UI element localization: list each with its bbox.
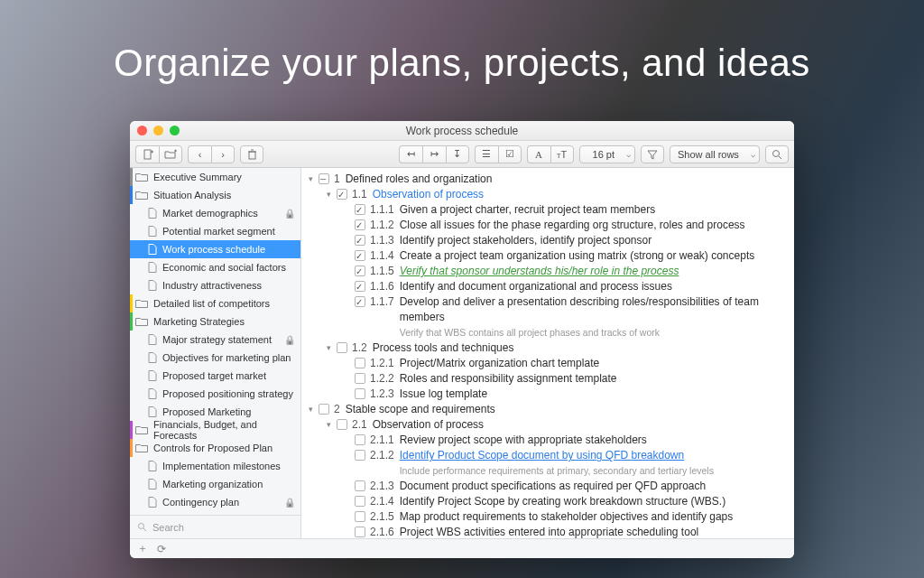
search-button[interactable]	[765, 145, 789, 163]
sidebar-item[interactable]: Work process schedule	[130, 240, 300, 258]
new-folder-button[interactable]	[159, 145, 182, 163]
refresh-button[interactable]: ⟳	[157, 543, 166, 555]
outline-row[interactable]: 2.1.2Identify Product Scope document by …	[305, 448, 787, 479]
checkbox[interactable]	[355, 296, 365, 307]
filter-select[interactable]: Show all rows	[670, 145, 760, 163]
outline-row[interactable]: 1.2.2Roles and responsibility assignment…	[305, 371, 787, 387]
sidebar-item[interactable]: Situation Analysis	[130, 186, 300, 204]
folder-color-bar	[130, 312, 133, 331]
checkbox[interactable]	[337, 189, 347, 200]
sidebar-item[interactable]: Market demographics🔒	[130, 204, 300, 222]
outline-row[interactable]: 2.1.6Project WBS activities entered into…	[305, 525, 787, 538]
checkbox[interactable]	[355, 373, 365, 384]
outline-row[interactable]: 2.1.3Document product specifications as …	[305, 479, 787, 494]
sidebar-item[interactable]: Major strategy statement🔒	[130, 331, 300, 349]
sidebar-item[interactable]: Proposed target market	[130, 367, 300, 385]
text-size-button[interactable]: TT	[550, 145, 574, 163]
new-folder-icon	[164, 149, 177, 160]
list-button[interactable]: ☰	[475, 145, 498, 163]
sidebar-item[interactable]: Controls for Proposed Plan	[130, 439, 300, 457]
sidebar-item[interactable]: Proposed Marketing	[130, 403, 300, 421]
outline-number: 2	[334, 402, 340, 417]
zoom-icon[interactable]	[170, 126, 180, 135]
font-button[interactable]: A	[527, 145, 550, 163]
checkbox[interactable]	[355, 450, 365, 461]
outline-row[interactable]: 1.1.2Close all issues for the phase rega…	[305, 218, 787, 233]
checkbox[interactable]	[355, 358, 365, 368]
indent-button[interactable]: ↦	[422, 145, 446, 163]
outline-row[interactable]: ▾1.2Process tools and techniques	[305, 340, 787, 356]
checkbox[interactable]	[355, 480, 365, 491]
minimize-icon[interactable]	[153, 126, 163, 135]
checkbox[interactable]	[355, 511, 365, 522]
checkbox[interactable]	[355, 281, 365, 292]
outline-row[interactable]: 1.1.7Develop and deliver a presentation …	[305, 294, 787, 340]
new-doc-button[interactable]	[135, 145, 159, 163]
close-icon[interactable]	[137, 126, 147, 135]
outline-view[interactable]: ▾–1Defined roles and organization▾1.1Obs…	[301, 168, 794, 538]
disclosure-triangle-icon[interactable]: ▾	[323, 340, 334, 356]
filter-button[interactable]	[641, 145, 664, 163]
sidebar-item[interactable]: Detailed list of competitors	[130, 294, 300, 312]
sidebar-item[interactable]: Proposed positioning strategy	[130, 385, 300, 403]
disclosure-triangle-icon[interactable]: ▾	[323, 187, 334, 202]
outline-row[interactable]: 2.1.1Review project scope with appropria…	[305, 433, 787, 448]
nav-forward-button[interactable]: ›	[211, 145, 235, 163]
checkbox[interactable]	[337, 419, 347, 430]
outdent-button[interactable]: ↤	[399, 145, 422, 163]
sidebar-item[interactable]: Objectives for marketing plan	[130, 349, 300, 367]
sidebar-item[interactable]: Potential market segment	[130, 222, 300, 240]
checkbox[interactable]	[355, 219, 365, 230]
sidebar-item[interactable]: Marketing organization	[130, 475, 300, 493]
disclosure-triangle-icon[interactable]: ▾	[305, 402, 316, 417]
sidebar-item-label: Proposed target market	[162, 370, 266, 381]
outline-row[interactable]: 1.1.4Create a project team organization …	[305, 248, 787, 264]
checkbox[interactable]: –	[319, 173, 329, 184]
checkbox[interactable]	[355, 496, 365, 507]
outline-row[interactable]: 2.1.4Identify Project Scope by creating …	[305, 494, 787, 509]
sidebar-item-label: Situation Analysis	[153, 190, 231, 200]
outline-row[interactable]: ▾2Stable scope and requirements	[305, 402, 787, 417]
checkbox[interactable]	[355, 204, 365, 215]
document-icon	[148, 334, 157, 345]
sidebar: Executive SummarySituation AnalysisMarke…	[130, 168, 301, 538]
outline-row[interactable]: 1.1.3Identify project stakeholders, iden…	[305, 233, 787, 248]
outline-row[interactable]: ▾–1Defined roles and organization	[305, 172, 787, 187]
sidebar-item[interactable]: Marketing Strategies	[130, 312, 300, 331]
checkbox[interactable]	[355, 235, 365, 246]
outline-text: Stable scope and requirements	[346, 403, 495, 415]
sidebar-item[interactable]: Economic and social factors	[130, 258, 300, 276]
outline-row[interactable]: 2.1.5Map product requirements to stakeho…	[305, 509, 787, 525]
checklist-button[interactable]: ☑	[498, 145, 522, 163]
checkbox[interactable]	[355, 527, 365, 537]
delete-button[interactable]	[240, 145, 263, 163]
outline-row[interactable]: 1.1.6Identify and document organizationa…	[305, 279, 787, 294]
sidebar-item[interactable]: Contingency plan🔒	[130, 493, 300, 511]
sidebar-item[interactable]: Industry attractiveness	[130, 276, 300, 294]
search-icon	[137, 522, 147, 532]
sidebar-item[interactable]: Financials, Budget, and Forecasts	[130, 421, 300, 439]
sidebar-item[interactable]: Executive Summary	[130, 168, 300, 186]
outline-row[interactable]: 1.1.1Given a project charter, recruit pr…	[305, 202, 787, 218]
add-row-button[interactable]: ＋	[137, 541, 148, 556]
disclosure-triangle-icon[interactable]: ▾	[305, 172, 316, 187]
checkbox[interactable]	[319, 404, 329, 415]
outline-subnote: Verify that WBS contains all project pha…	[400, 325, 787, 340]
outline-row[interactable]: 1.1.5Verify that sponsor understands his…	[305, 264, 787, 279]
move-down-button[interactable]: ↧	[446, 145, 469, 163]
sidebar-search[interactable]: Search	[130, 515, 300, 538]
outline-number: 1.2	[352, 340, 367, 356]
checkbox[interactable]	[355, 388, 365, 399]
checkbox[interactable]	[355, 266, 365, 276]
outline-row[interactable]: 1.2.3Issue log template	[305, 387, 787, 402]
font-size-select[interactable]: 16 pt	[579, 145, 635, 163]
outline-row[interactable]: ▾2.1Observation of process	[305, 417, 787, 433]
nav-back-button[interactable]: ‹	[188, 145, 211, 163]
checkbox[interactable]	[355, 434, 365, 445]
disclosure-triangle-icon[interactable]: ▾	[323, 417, 334, 433]
checkbox[interactable]	[355, 250, 365, 261]
outline-row[interactable]: 1.2.1Project/Matrix organization chart t…	[305, 356, 787, 371]
outline-row[interactable]: ▾1.1Observation of process	[305, 187, 787, 202]
checkbox[interactable]	[337, 342, 347, 353]
sidebar-item[interactable]: Implementation milestones	[130, 457, 300, 475]
